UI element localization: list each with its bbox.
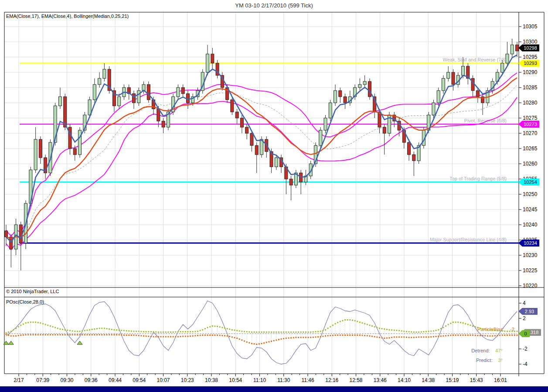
chart-window: YM 03-10 2/17/2010 (599 Tick) Weak, Stal… bbox=[0, 0, 548, 392]
time-axis[interactable] bbox=[4, 374, 519, 385]
price-panel-indicator-label: EMA(Close,17), EMA(Close,4), Bollinger(M… bbox=[6, 14, 129, 19]
predict-label: Predict: bbox=[476, 358, 492, 363]
predict-value: 3° bbox=[498, 358, 503, 363]
hline-tag-7-8: 10293 bbox=[518, 60, 539, 67]
bottom-margin-bar bbox=[0, 386, 548, 392]
detrend-label: Detrend: bbox=[471, 348, 490, 353]
posc-value-tag: 2.93 bbox=[518, 308, 538, 315]
oscillator-indicator-label: POsc(Close,28,0) bbox=[6, 299, 44, 304]
hline-tag-6-8: 10273 bbox=[518, 121, 539, 128]
detrend-readout: Detrend: 47° bbox=[445, 348, 503, 353]
copyright-label: © 2010 NinjaTrader, LLC bbox=[6, 289, 59, 294]
predict-readout: Predict: 3° bbox=[445, 358, 503, 363]
detrend-value: 47° bbox=[495, 348, 503, 353]
last-price-tag: 10298 bbox=[518, 44, 539, 51]
hline-tag-5-8: 10254 bbox=[518, 179, 539, 186]
chart-plot-area[interactable]: 1022010225102301023510240102451025010255… bbox=[0, 0, 548, 392]
chart-title: YM 03-10 2/17/2010 (599 Tick) bbox=[0, 2, 548, 9]
hline-tag-4-8: 10234 bbox=[518, 240, 539, 247]
